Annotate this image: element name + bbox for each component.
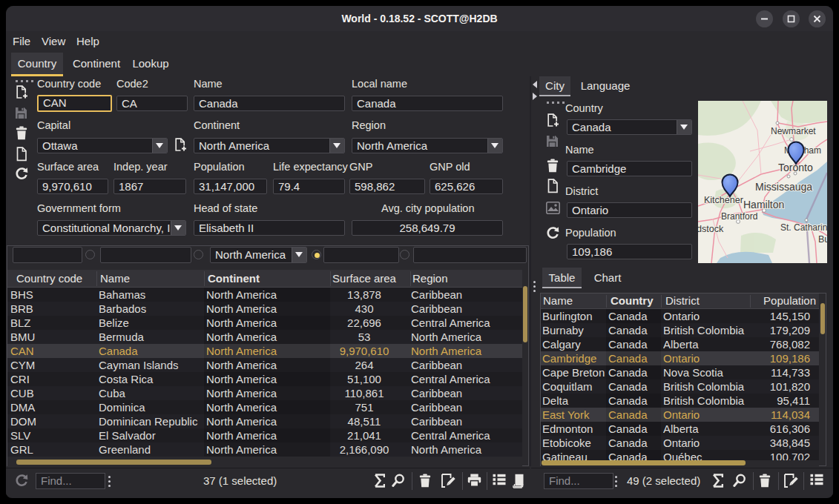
svg-text:Mississauga: Mississauga — [755, 181, 812, 193]
svg-text:Buf: Buf — [818, 234, 827, 245]
svg-text:Brantford: Brantford — [721, 211, 757, 222]
svg-text:Hamilton: Hamilton — [743, 199, 784, 210]
svg-text:Kitchener: Kitchener — [704, 195, 743, 205]
svg-text:dstock: dstock — [698, 224, 724, 234]
svg-text:Newmarket: Newmarket — [771, 126, 816, 136]
svg-text:St. Catharines: St. Catharines — [780, 222, 827, 233]
